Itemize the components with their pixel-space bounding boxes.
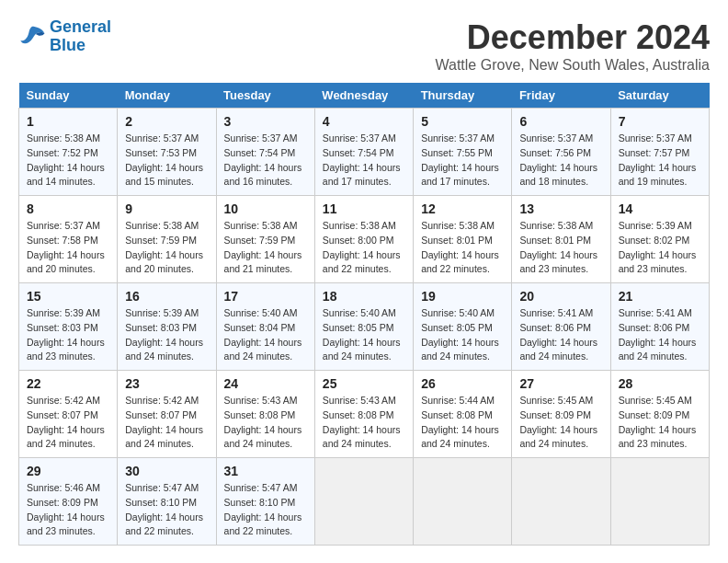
page-header: General Blue December 2024 Wattle Grove,… [18, 18, 710, 74]
logo-bird-icon [18, 23, 46, 51]
table-row: 7Sunrise: 5:37 AMSunset: 7:57 PMDaylight… [610, 109, 709, 196]
table-row: 11Sunrise: 5:38 AMSunset: 8:00 PMDayligh… [314, 196, 413, 283]
table-row: 24Sunrise: 5:43 AMSunset: 8:08 PMDayligh… [216, 371, 314, 458]
table-row [314, 458, 413, 546]
table-row: 21Sunrise: 5:41 AMSunset: 8:06 PMDayligh… [610, 283, 709, 371]
table-row [512, 458, 610, 546]
calendar-table: Sunday Monday Tuesday Wednesday Thursday… [18, 83, 710, 546]
day-info: Sunrise: 5:40 AMSunset: 8:05 PMDaylight:… [421, 306, 504, 364]
table-row: 20Sunrise: 5:41 AMSunset: 8:06 PMDayligh… [512, 283, 610, 371]
col-saturday: Saturday [610, 83, 709, 109]
day-number: 23 [125, 376, 208, 391]
day-info: Sunrise: 5:43 AMSunset: 8:08 PMDaylight:… [224, 394, 307, 452]
day-number: 4 [323, 114, 405, 129]
table-row: 12Sunrise: 5:38 AMSunset: 8:01 PMDayligh… [414, 196, 512, 283]
calendar-week-row: 29Sunrise: 5:46 AMSunset: 8:09 PMDayligh… [19, 458, 710, 546]
table-row: 6Sunrise: 5:37 AMSunset: 7:56 PMDaylight… [512, 109, 610, 196]
day-info: Sunrise: 5:37 AMSunset: 7:55 PMDaylight:… [421, 132, 504, 190]
day-number: 7 [619, 114, 701, 129]
day-info: Sunrise: 5:37 AMSunset: 7:54 PMDaylight:… [323, 132, 405, 190]
day-number: 28 [619, 376, 701, 391]
day-info: Sunrise: 5:44 AMSunset: 8:08 PMDaylight:… [421, 394, 504, 452]
calendar-week-row: 8Sunrise: 5:37 AMSunset: 7:58 PMDaylight… [19, 196, 710, 283]
table-row: 5Sunrise: 5:37 AMSunset: 7:55 PMDaylight… [414, 109, 512, 196]
day-number: 22 [27, 376, 109, 391]
table-row: 23Sunrise: 5:42 AMSunset: 8:07 PMDayligh… [118, 371, 216, 458]
col-friday: Friday [512, 83, 610, 109]
table-row: 15Sunrise: 5:39 AMSunset: 8:03 PMDayligh… [19, 283, 118, 371]
day-number: 5 [421, 114, 504, 129]
day-number: 24 [224, 376, 307, 391]
day-number: 31 [224, 464, 307, 478]
table-row: 31Sunrise: 5:47 AMSunset: 8:10 PMDayligh… [216, 458, 314, 546]
table-row: 2Sunrise: 5:37 AMSunset: 7:53 PMDaylight… [118, 109, 216, 196]
day-number: 15 [27, 289, 109, 304]
logo: General Blue [18, 18, 111, 55]
col-thursday: Thursday [414, 83, 512, 109]
table-row: 29Sunrise: 5:46 AMSunset: 8:09 PMDayligh… [19, 458, 118, 546]
table-row: 16Sunrise: 5:39 AMSunset: 8:03 PMDayligh… [118, 283, 216, 371]
day-number: 16 [125, 289, 208, 304]
day-number: 20 [519, 289, 602, 304]
day-info: Sunrise: 5:38 AMSunset: 8:01 PMDaylight:… [519, 219, 602, 277]
table-row: 27Sunrise: 5:45 AMSunset: 8:09 PMDayligh… [512, 371, 610, 458]
day-number: 13 [519, 201, 602, 216]
day-info: Sunrise: 5:39 AMSunset: 8:03 PMDaylight:… [125, 306, 208, 364]
table-row: 4Sunrise: 5:37 AMSunset: 7:54 PMDaylight… [314, 109, 413, 196]
day-number: 8 [27, 201, 109, 216]
col-monday: Monday [118, 83, 216, 109]
day-info: Sunrise: 5:40 AMSunset: 8:05 PMDaylight:… [323, 306, 405, 364]
day-info: Sunrise: 5:40 AMSunset: 8:04 PMDaylight:… [224, 306, 307, 364]
day-info: Sunrise: 5:39 AMSunset: 8:02 PMDaylight:… [619, 219, 701, 277]
day-info: Sunrise: 5:41 AMSunset: 8:06 PMDaylight:… [619, 306, 701, 364]
day-number: 1 [27, 114, 109, 129]
table-row [610, 458, 709, 546]
day-info: Sunrise: 5:42 AMSunset: 8:07 PMDaylight:… [125, 394, 208, 452]
table-row: 26Sunrise: 5:44 AMSunset: 8:08 PMDayligh… [414, 371, 512, 458]
table-row [414, 458, 512, 546]
day-number: 17 [224, 289, 307, 304]
table-row: 18Sunrise: 5:40 AMSunset: 8:05 PMDayligh… [314, 283, 413, 371]
day-info: Sunrise: 5:39 AMSunset: 8:03 PMDaylight:… [27, 306, 109, 364]
day-number: 3 [224, 114, 307, 129]
day-number: 27 [519, 376, 602, 391]
calendar-week-row: 1Sunrise: 5:38 AMSunset: 7:52 PMDaylight… [19, 109, 710, 196]
col-sunday: Sunday [19, 83, 118, 109]
day-info: Sunrise: 5:38 AMSunset: 7:59 PMDaylight:… [125, 219, 208, 277]
table-row: 13Sunrise: 5:38 AMSunset: 8:01 PMDayligh… [512, 196, 610, 283]
table-row: 25Sunrise: 5:43 AMSunset: 8:08 PMDayligh… [314, 371, 413, 458]
day-info: Sunrise: 5:37 AMSunset: 7:57 PMDaylight:… [619, 132, 701, 190]
table-row: 30Sunrise: 5:47 AMSunset: 8:10 PMDayligh… [118, 458, 216, 546]
location-subtitle: Wattle Grove, New South Wales, Australia [436, 57, 710, 74]
day-number: 6 [519, 114, 602, 129]
day-number: 21 [619, 289, 701, 304]
day-number: 11 [323, 201, 405, 216]
day-info: Sunrise: 5:45 AMSunset: 8:09 PMDaylight:… [619, 394, 701, 452]
day-number: 19 [421, 289, 504, 304]
day-number: 30 [125, 464, 208, 478]
day-number: 9 [125, 201, 208, 216]
day-number: 25 [323, 376, 405, 391]
calendar-week-row: 22Sunrise: 5:42 AMSunset: 8:07 PMDayligh… [19, 371, 710, 458]
table-row: 19Sunrise: 5:40 AMSunset: 8:05 PMDayligh… [414, 283, 512, 371]
col-wednesday: Wednesday [314, 83, 413, 109]
day-number: 2 [125, 114, 208, 129]
day-number: 14 [619, 201, 701, 216]
day-info: Sunrise: 5:38 AMSunset: 8:01 PMDaylight:… [421, 219, 504, 277]
table-row: 1Sunrise: 5:38 AMSunset: 7:52 PMDaylight… [19, 109, 118, 196]
day-info: Sunrise: 5:42 AMSunset: 8:07 PMDaylight:… [27, 394, 109, 452]
day-info: Sunrise: 5:47 AMSunset: 8:10 PMDaylight:… [224, 481, 307, 539]
calendar-header-row: Sunday Monday Tuesday Wednesday Thursday… [19, 83, 710, 109]
day-info: Sunrise: 5:37 AMSunset: 7:56 PMDaylight:… [519, 132, 602, 190]
day-info: Sunrise: 5:45 AMSunset: 8:09 PMDaylight:… [519, 394, 602, 452]
table-row: 3Sunrise: 5:37 AMSunset: 7:54 PMDaylight… [216, 109, 314, 196]
table-row: 14Sunrise: 5:39 AMSunset: 8:02 PMDayligh… [610, 196, 709, 283]
table-row: 17Sunrise: 5:40 AMSunset: 8:04 PMDayligh… [216, 283, 314, 371]
month-title: December 2024 [436, 18, 710, 57]
day-info: Sunrise: 5:37 AMSunset: 7:53 PMDaylight:… [125, 132, 208, 190]
day-number: 12 [421, 201, 504, 216]
day-info: Sunrise: 5:38 AMSunset: 7:52 PMDaylight:… [27, 132, 109, 190]
day-info: Sunrise: 5:37 AMSunset: 7:54 PMDaylight:… [224, 132, 307, 190]
day-number: 29 [27, 464, 109, 478]
day-info: Sunrise: 5:41 AMSunset: 8:06 PMDaylight:… [519, 306, 602, 364]
